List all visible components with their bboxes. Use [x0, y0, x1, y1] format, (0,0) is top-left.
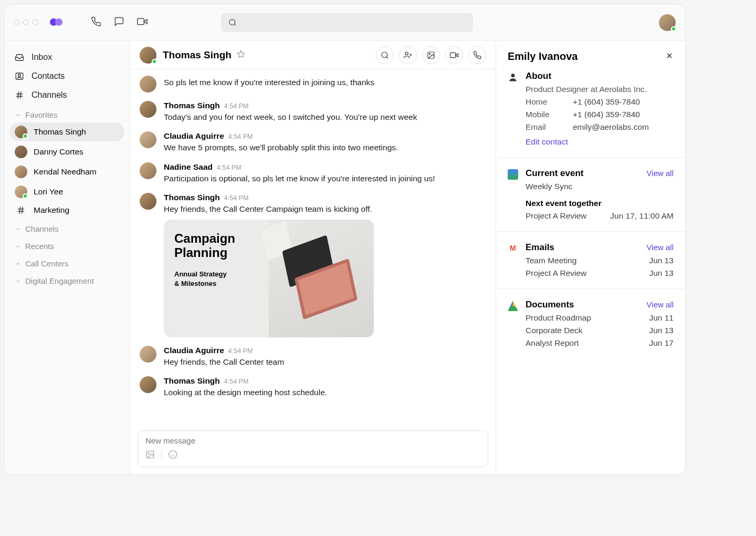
- svg-point-3: [18, 74, 21, 77]
- message-avatar: [140, 376, 156, 393]
- section-recents[interactable]: Recents: [9, 236, 124, 253]
- email-item[interactable]: Team MeetingJun 13: [526, 256, 674, 265]
- emoji-icon[interactable]: [168, 450, 177, 461]
- calendar-icon: [508, 169, 518, 180]
- message-list[interactable]: So pls let me know if you're interested …: [130, 69, 496, 430]
- hash-icon: [16, 205, 26, 215]
- svg-point-14: [405, 52, 408, 55]
- favorite-kendal-needham[interactable]: Kendal Needham: [9, 162, 124, 181]
- video-icon[interactable]: [137, 16, 148, 29]
- favorite-marketing[interactable]: Marketing: [9, 202, 124, 218]
- svg-marker-12: [237, 50, 244, 57]
- chevron-up-icon: [15, 243, 21, 250]
- drive-icon: [508, 301, 518, 311]
- section-call-centers[interactable]: Call Centers: [9, 254, 124, 270]
- view-all-emails[interactable]: View all: [647, 243, 674, 252]
- chevron-down-icon: [15, 112, 21, 118]
- section-channels[interactable]: Channels: [9, 219, 124, 235]
- message: Thomas Singh4:54 PM Today's and you for …: [140, 97, 486, 127]
- favorite-thomas-singh[interactable]: Thomas Singh: [9, 122, 124, 141]
- attachment-card[interactable]: Campaign Planning Annual Strategy& Miles…: [164, 220, 374, 337]
- section-digital-engagement[interactable]: Digital Engagement: [9, 271, 124, 287]
- svg-line-10: [19, 207, 20, 214]
- message: Nadine Saad4:54 PM Participation is opti…: [140, 158, 486, 189]
- window-controls[interactable]: [14, 19, 38, 25]
- message-avatar: [140, 346, 156, 363]
- video-call-button[interactable]: [445, 46, 463, 64]
- nav-channels[interactable]: Channels: [9, 86, 124, 104]
- svg-point-13: [382, 52, 387, 58]
- star-button[interactable]: [237, 50, 245, 60]
- doc-item[interactable]: Product RoadmapJun 11: [526, 313, 674, 323]
- doc-item[interactable]: Analyst ReportJun 17: [526, 338, 674, 348]
- conversation-title: Thomas Singh: [163, 49, 232, 61]
- view-all-events[interactable]: View all: [647, 169, 674, 178]
- message: Claudia Aguirre4:54 PM Hey friends, the …: [140, 342, 486, 372]
- message: So pls let me know if you're interested …: [140, 71, 486, 97]
- view-all-docs[interactable]: View all: [647, 300, 674, 309]
- doc-item[interactable]: Corporate DeckJun 13: [526, 326, 674, 335]
- nav-label: Channels: [32, 90, 67, 100]
- svg-line-6: [18, 91, 19, 99]
- svg-point-1: [229, 19, 235, 25]
- phone-icon[interactable]: [91, 16, 101, 29]
- panel-contact-name: Emily Ivanova: [508, 50, 578, 63]
- nav-inbox[interactable]: Inbox: [9, 48, 124, 66]
- nav-contacts[interactable]: Contacts: [9, 67, 124, 85]
- attach-image-icon[interactable]: [145, 450, 155, 461]
- contacts-icon: [15, 71, 24, 81]
- composer-input[interactable]: [145, 436, 480, 445]
- chevron-up-icon: [15, 226, 21, 232]
- message: Claudia Aguirre4:54 PM We have 5 prompts…: [140, 127, 486, 158]
- message-avatar: [140, 131, 156, 148]
- svg-point-18: [429, 53, 430, 54]
- search-bar[interactable]: [221, 13, 473, 32]
- message-avatar: [140, 76, 156, 92]
- conversation-pane: Thomas Singh So pls let me know if you'r…: [130, 41, 496, 475]
- gmail-icon: [508, 243, 518, 254]
- message: Thomas Singh4:54 PM Looking at the desig…: [140, 372, 486, 403]
- conversation-header: Thomas Singh: [130, 41, 496, 69]
- current-user-avatar[interactable]: [659, 14, 676, 31]
- svg-point-21: [148, 452, 149, 453]
- chevron-up-icon: [15, 261, 21, 267]
- message-icon[interactable]: [114, 16, 124, 29]
- app-logo: [50, 16, 65, 29]
- add-people-button[interactable]: [399, 46, 417, 64]
- message-avatar: [140, 162, 156, 179]
- svg-rect-0: [138, 18, 144, 25]
- nav-label: Contacts: [32, 71, 65, 81]
- svg-line-11: [22, 207, 23, 214]
- chevron-up-icon: [15, 278, 21, 284]
- message: Thomas Singh4:54 PM Hey friends, the Cal…: [140, 189, 486, 341]
- favorite-danny-cortes[interactable]: Danny Cortes: [9, 142, 124, 161]
- voice-call-button[interactable]: [468, 46, 486, 64]
- person-icon: [508, 72, 518, 83]
- image-button[interactable]: [422, 46, 440, 64]
- topbar: [4, 4, 685, 41]
- search-input[interactable]: [241, 18, 466, 26]
- nav-label: Inbox: [32, 53, 52, 62]
- search-conversation-button[interactable]: [376, 46, 394, 64]
- hash-icon: [15, 90, 24, 100]
- message-avatar: [140, 193, 156, 210]
- favorite-lori-yee[interactable]: Lori Yee: [9, 182, 124, 201]
- sidebar: Inbox Contacts Channels Favorites Thomas…: [4, 41, 130, 475]
- svg-rect-19: [450, 53, 456, 57]
- edit-contact-link[interactable]: Edit contact: [526, 137, 568, 147]
- svg-line-7: [20, 91, 22, 99]
- svg-point-27: [511, 74, 515, 77]
- message-composer[interactable]: [138, 430, 488, 467]
- conversation-avatar: [140, 47, 156, 64]
- inbox-icon: [15, 53, 24, 62]
- search-icon: [228, 18, 237, 27]
- svg-point-22: [169, 451, 177, 459]
- contact-panel: Emily Ivanova About Product Designer at …: [496, 41, 685, 475]
- card-illustration: [269, 220, 374, 337]
- presence-indicator: [671, 26, 676, 32]
- close-panel-button[interactable]: [665, 51, 674, 62]
- email-item[interactable]: Project A ReviewJun 13: [526, 269, 674, 278]
- message-avatar: [140, 101, 156, 118]
- favorites-header[interactable]: Favorites: [9, 105, 124, 121]
